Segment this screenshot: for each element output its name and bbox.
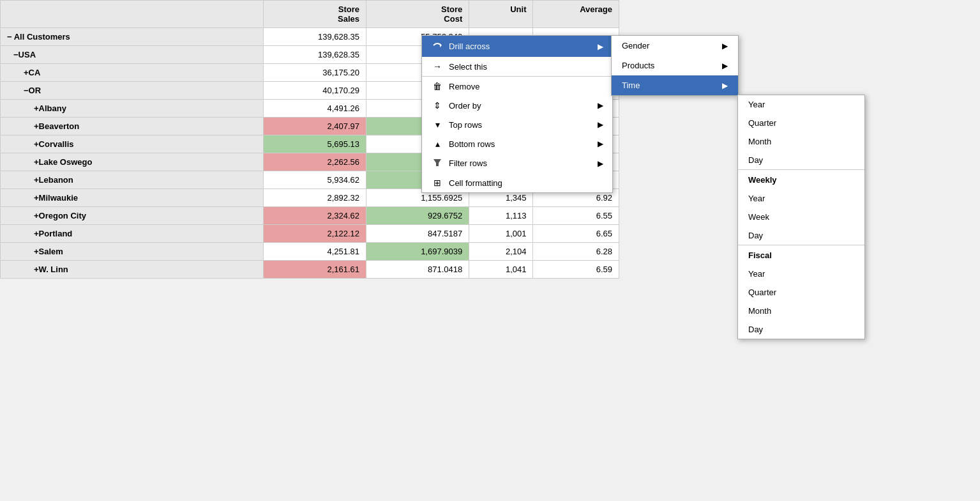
context-menu-item-select-this[interactable]: →Select this — [422, 57, 612, 76]
drill-across-icon — [431, 40, 444, 52]
row-store-sales: 139,628.35 — [263, 46, 366, 64]
submenu2-section-fiscal: Fiscal — [738, 245, 864, 265]
row-store-cost: 929.6752 — [366, 207, 469, 225]
submenu2-item-year-1[interactable]: Year — [738, 95, 864, 114]
row-label: +W. Linn — [1, 261, 264, 279]
submenu-drill-across: Gender▶Products▶Time▶ — [611, 35, 739, 96]
context-menu-item-top-rows[interactable]: ▾Top rows▶ — [422, 115, 612, 134]
context-menu-item-drill-across[interactable]: Drill across▶ — [422, 36, 612, 57]
row-label: +Beaverton — [1, 118, 264, 135]
gender-label: Gender — [622, 41, 722, 50]
submenu2-item-month-3[interactable]: Month — [738, 302, 864, 320]
bottom-rows-icon: ▴ — [431, 139, 444, 149]
context-menu-item-filter-rows[interactable]: Filter rows▶ — [422, 153, 612, 173]
submenu2-item-day-2[interactable]: Day — [738, 226, 864, 245]
row-store-sales: 4,251.81 — [263, 243, 366, 261]
bottom-rows-arrow: ▶ — [598, 139, 603, 148]
filter-rows-icon — [431, 158, 444, 169]
context-menu-item-order-by[interactable]: ⇕Order by▶ — [422, 96, 612, 115]
submenu2-item-day-3[interactable]: Day — [738, 320, 864, 339]
submenu2-item-quarter-3[interactable]: Quarter — [738, 283, 864, 302]
context-menu-item-cell-formatting[interactable]: ⊞Cell formatting — [422, 173, 612, 192]
row-label: +Portland — [1, 225, 264, 243]
row-store-sales: 2,892.32 — [263, 189, 366, 207]
submenu1-item-time[interactable]: Time▶ — [612, 75, 738, 95]
row-unit: 1,041 — [469, 261, 533, 279]
filter-rows-arrow: ▶ — [598, 159, 603, 168]
gender-arrow: ▶ — [722, 42, 728, 50]
table-row: +Salem4,251.811,697.90392,1046.28 — [1, 243, 619, 261]
drill-across-arrow: ▶ — [598, 42, 603, 51]
page-wrapper: StoreSales StoreCost Unit Average − All … — [0, 0, 980, 501]
row-label: − All Customers — [1, 28, 264, 46]
order-by-label: Order by — [449, 101, 598, 111]
remove-label: Remove — [449, 82, 603, 91]
time-label: Time — [622, 81, 722, 90]
row-label: +Lebanon — [1, 171, 264, 189]
context-menu: Drill across▶→Select this🗑Remove⇕Order b… — [421, 35, 613, 193]
row-label: +Lake Oswego — [1, 153, 264, 171]
row-store-sales: 36,175.20 — [263, 64, 366, 82]
col-header-store-cost: StoreCost — [366, 1, 469, 28]
row-store-cost: 1,697.9039 — [366, 243, 469, 261]
row-average: 6.65 — [533, 225, 619, 243]
products-arrow: ▶ — [722, 61, 728, 70]
submenu2-item-week-2[interactable]: Week — [738, 208, 864, 226]
row-store-sales: 4,491.26 — [263, 100, 366, 118]
context-menu-item-bottom-rows[interactable]: ▴Bottom rows▶ — [422, 134, 612, 153]
cell-formatting-label: Cell formatting — [449, 178, 603, 188]
submenu2-item-day-1[interactable]: Day — [738, 151, 864, 169]
row-label: +Corvallis — [1, 135, 264, 153]
svg-marker-1 — [433, 159, 441, 166]
col-header-unit: Unit — [469, 1, 533, 28]
row-label: +Salem — [1, 243, 264, 261]
order-by-arrow: ▶ — [598, 101, 603, 110]
row-unit: 1,001 — [469, 225, 533, 243]
top-rows-label: Top rows — [449, 120, 598, 130]
table-row: +Oregon City2,324.62929.67521,1136.55 — [1, 207, 619, 225]
row-label: −OR — [1, 82, 264, 100]
filter-rows-label: Filter rows — [449, 158, 598, 168]
row-label: +Oregon City — [1, 207, 264, 225]
row-unit: 2,104 — [469, 243, 533, 261]
row-store-sales: 2,324.62 — [263, 207, 366, 225]
select-this-label: Select this — [449, 62, 603, 72]
submenu2-item-month-1[interactable]: Month — [738, 132, 864, 151]
row-store-sales: 2,122.12 — [263, 225, 366, 243]
cell-formatting-icon: ⊞ — [431, 178, 444, 188]
table-row: +Portland2,122.12847.51871,0016.65 — [1, 225, 619, 243]
submenu-time: YearQuarterMonthDayWeeklyYearWeekDayFisc… — [737, 95, 865, 339]
col-header-store-sales: StoreSales — [263, 1, 366, 28]
context-menu-item-remove[interactable]: 🗑Remove — [422, 77, 612, 96]
row-store-sales: 2,161.61 — [263, 261, 366, 279]
row-store-sales: 139,628.35 — [263, 28, 366, 46]
col-header-average: Average — [533, 1, 619, 28]
row-label: +Albany — [1, 100, 264, 118]
submenu1-item-gender[interactable]: Gender▶ — [612, 36, 738, 56]
row-store-sales: 2,407.97 — [263, 118, 366, 135]
row-store-cost: 871.0418 — [366, 261, 469, 279]
row-store-sales: 5,695.13 — [263, 135, 366, 153]
col-header-name — [1, 1, 264, 28]
submenu2-item-year-3[interactable]: Year — [738, 265, 864, 283]
svg-marker-0 — [440, 43, 442, 47]
submenu2-section-weekly: Weekly — [738, 170, 864, 189]
submenu2-item-quarter-1[interactable]: Quarter — [738, 114, 864, 132]
row-average: 6.59 — [533, 261, 619, 279]
row-label: +CA — [1, 64, 264, 82]
row-store-sales: 2,262.56 — [263, 153, 366, 171]
row-store-sales: 5,934.62 — [263, 171, 366, 189]
row-label: −USA — [1, 46, 264, 64]
order-by-icon: ⇕ — [431, 100, 444, 111]
select-this-icon: → — [431, 61, 444, 72]
drill-across-label: Drill across — [449, 42, 598, 51]
submenu2-item-year-2[interactable]: Year — [738, 189, 864, 208]
row-average: 6.28 — [533, 243, 619, 261]
top-rows-icon: ▾ — [431, 119, 444, 130]
bottom-rows-label: Bottom rows — [449, 139, 598, 149]
row-average: 6.55 — [533, 207, 619, 225]
submenu1-item-products[interactable]: Products▶ — [612, 56, 738, 75]
table-row: +W. Linn2,161.61871.04181,0416.59 — [1, 261, 619, 279]
row-store-cost: 847.5187 — [366, 225, 469, 243]
row-store-sales: 40,170.29 — [263, 82, 366, 100]
